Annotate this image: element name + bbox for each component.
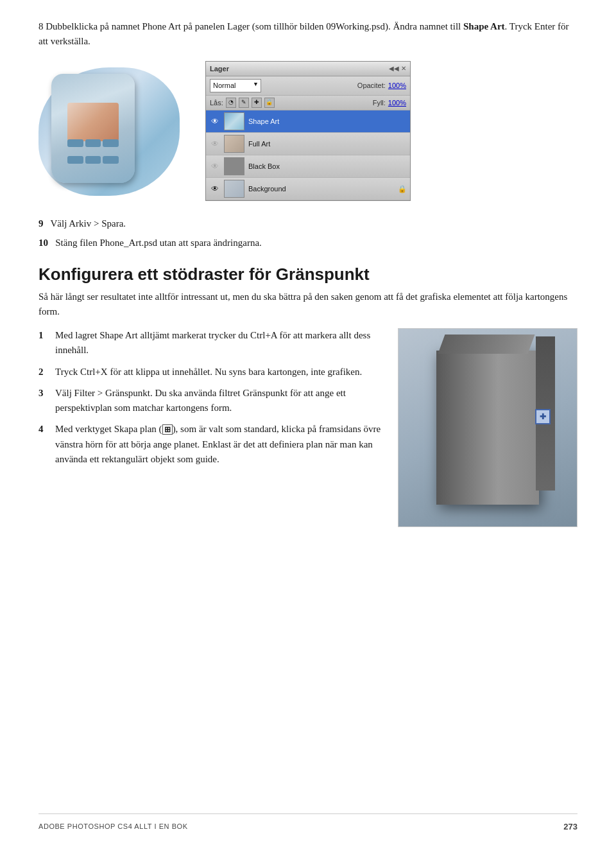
image-row: Lager ◀◀ ✕ Normal ▼ Opacitet: 100% Lås: … — [38, 61, 578, 202]
layer-lock-background: 🔒 — [398, 184, 406, 193]
footer-page-number: 273 — [563, 821, 578, 833]
lock-all-button[interactable]: 🔒 — [264, 98, 275, 108]
section-step1-num: 1 — [38, 328, 50, 358]
3d-box: ✚ — [436, 351, 539, 505]
step9-num: 9 — [38, 218, 44, 229]
lock-transparent-button[interactable]: ◔ — [226, 98, 236, 108]
layer-name-blackBox: Black Box — [248, 161, 406, 172]
step4-text-pre: Med verktyget Skapa plan ( — [55, 424, 162, 434]
opacity-row: Opacitet: 100% — [357, 80, 406, 91]
layer-thumb-blackBox — [224, 157, 244, 175]
key3 — [103, 139, 119, 147]
panel-lock-row: Lås: ◔ ✎ ✚ 🔒 Fyll: 100% — [206, 96, 410, 111]
box-top-face — [438, 335, 535, 354]
step8-bold: Shape Art — [463, 21, 505, 31]
section-intro: Så här långt ser resultatet inte alltför… — [38, 290, 578, 320]
lock-label: Lås: — [210, 98, 223, 109]
phone-keypad — [67, 139, 119, 171]
section-step3-num: 3 — [38, 386, 50, 416]
layer-name-background: Background — [248, 184, 395, 195]
opacity-value[interactable]: 100% — [388, 80, 406, 91]
blendmode-dropdown[interactable]: Normal ▼ — [210, 79, 261, 92]
section-step2-num: 2 — [38, 365, 50, 379]
layer-thumb-shapeArt — [224, 112, 244, 130]
vanishing-point-crosshair-icon: ✚ — [535, 409, 551, 424]
phone-art-image — [38, 61, 193, 202]
step8-text: 8 Dubbelklicka på namnet Phone Art på pa… — [38, 19, 578, 49]
footer: ADOBE PHOTOSHOP CS4 ALLT I EN BOK 273 — [38, 813, 578, 833]
section-heading: Konfigurera ett stödraster för Gränspunk… — [38, 265, 578, 284]
section-step1: 1 Med lagret Shape Art alltjämt markerat… — [38, 328, 382, 358]
key2 — [85, 139, 101, 147]
vanishing-point-image: ✚ — [398, 328, 578, 527]
section-step4: 4 Med verktyget Skapa plan (⊞), som är v… — [38, 422, 382, 467]
layer-name-shapeArt: Shape Art — [248, 116, 406, 127]
lock-icons: ◔ ✎ ✚ 🔒 — [226, 98, 275, 108]
layer-item-fullArt[interactable]: 👁 Full Art — [206, 133, 410, 155]
section-step3: 3 Välj Filter > Gränspunkt. Du ska använ… — [38, 386, 382, 416]
bottom-row: 1 Med lagret Shape Art alltjämt markerat… — [38, 328, 578, 527]
step10-line: 10 Stäng filen Phone_Art.psd utan att sp… — [38, 236, 578, 250]
fill-label: Fyll: — [373, 98, 386, 109]
footer-title: ADOBE PHOTOSHOP CS4 ALLT I EN BOK — [38, 821, 188, 832]
eye-icon-shapeArt[interactable]: 👁 — [210, 116, 220, 126]
layers-panel: Lager ◀◀ ✕ Normal ▼ Opacitet: 100% Lås: … — [205, 61, 411, 202]
fill-row: Fyll: 100% — [373, 98, 406, 109]
lock-symbol-icon: 🔒 — [398, 184, 407, 195]
titlebar-controls: ◀◀ ✕ — [389, 64, 406, 73]
section-step4-num: 4 — [38, 422, 50, 467]
key1 — [67, 139, 83, 147]
lock-position-button[interactable]: ✚ — [252, 98, 262, 108]
layer-thumb-fullArt — [224, 135, 244, 153]
layers-panel-titlebar: Lager ◀◀ ✕ — [206, 62, 410, 77]
fill-value[interactable]: 100% — [388, 98, 406, 109]
phone-illustration — [51, 74, 135, 183]
lock-image-button[interactable]: ✎ — [239, 98, 249, 108]
eye-icon-fullArt[interactable]: 👁 — [210, 139, 220, 149]
layer-thumb-background — [224, 180, 244, 198]
step10-num: 10 — [38, 238, 48, 248]
section-step1-text: Med lagret Shape Art alltjämt markerat t… — [55, 328, 382, 358]
panel-collapse-icon[interactable]: ◀◀ ✕ — [389, 64, 406, 73]
layer-item-blackBox[interactable]: 👁 Black Box — [206, 155, 410, 178]
create-plane-tool-icon: ⊞ — [162, 424, 173, 435]
step8-text-pre: 8 Dubbelklicka på namnet Phone Art på pa… — [38, 21, 463, 31]
layer-name-fullArt: Full Art — [248, 139, 406, 150]
opacity-label: Opacitet: — [357, 80, 386, 91]
bottom-text: 1 Med lagret Shape Art alltjämt markerat… — [38, 328, 382, 527]
layer-item-background[interactable]: 👁 Background 🔒 — [206, 178, 410, 200]
step9-line: 9 Välj Arkiv > Spara. — [38, 216, 578, 231]
layer-item-shapeArt[interactable]: 👁 Shape Art — [206, 110, 410, 133]
section-step2-text: Tryck Ctrl+X för att klippa ut innehålle… — [55, 365, 382, 379]
eye-icon-background[interactable]: 👁 — [210, 184, 220, 194]
section-step2: 2 Tryck Ctrl+X för att klippa ut innehål… — [38, 365, 382, 379]
blendmode-value: Normal — [213, 82, 235, 89]
key4 — [67, 156, 83, 164]
section-step3-text: Välj Filter > Gränspunkt. Du ska använda… — [55, 386, 382, 416]
step10-text: Stäng filen Phone_Art.psd utan att spara… — [55, 238, 262, 248]
key6 — [103, 156, 119, 164]
dropdown-arrow-icon: ▼ — [253, 80, 259, 89]
phone-screen — [67, 103, 119, 141]
section-step4-text: Med verktyget Skapa plan (⊞), som är val… — [55, 422, 382, 467]
layers-panel-title: Lager — [210, 64, 229, 74]
panel-blendmode-row: Normal ▼ Opacitet: 100% — [206, 76, 410, 96]
step9-text: Välj Arkiv > Spara. — [50, 218, 126, 229]
eye-icon-blackBox[interactable]: 👁 — [210, 161, 220, 171]
key5 — [85, 156, 101, 164]
